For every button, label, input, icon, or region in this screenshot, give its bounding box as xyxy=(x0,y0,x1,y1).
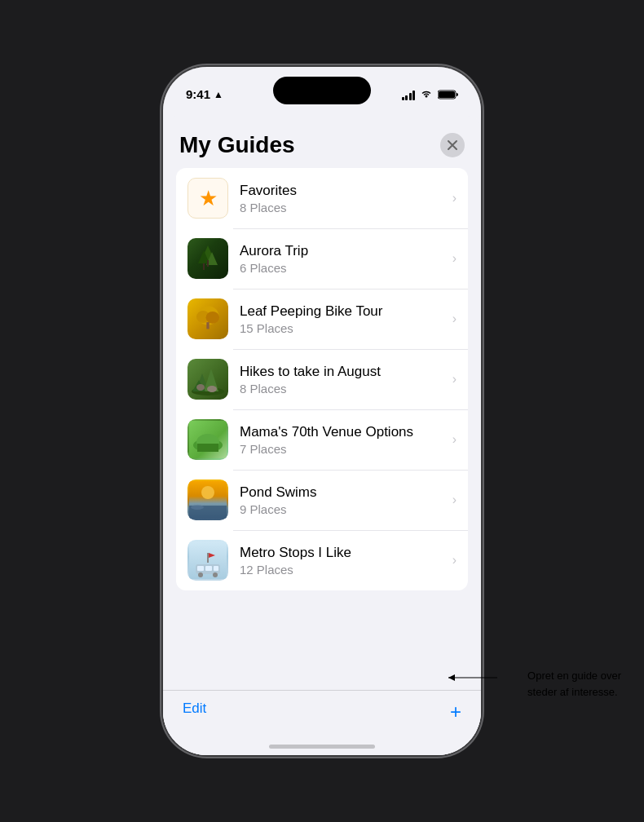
guide-thumbnail-favorites: ★ xyxy=(187,178,228,219)
guide-places: 12 Places xyxy=(240,563,441,577)
home-indicator xyxy=(269,745,375,749)
svg-point-15 xyxy=(196,384,205,391)
close-button[interactable] xyxy=(440,133,465,157)
guide-thumbnail-hikes xyxy=(187,359,228,400)
list-item[interactable]: Leaf Peeping Bike Tour 15 Places › xyxy=(176,289,468,349)
guide-info: Mama's 70th Venue Options 7 Places xyxy=(240,424,441,456)
guide-thumbnail-leaf xyxy=(187,298,228,339)
signal-icon xyxy=(402,91,416,100)
svg-point-16 xyxy=(207,386,217,392)
guide-name: Mama's 70th Venue Options xyxy=(240,424,441,440)
battery-icon xyxy=(438,90,458,101)
guide-info: Pond Swims 9 Places xyxy=(240,484,441,516)
chevron-right-icon: › xyxy=(452,251,457,266)
chevron-right-icon: › xyxy=(452,312,457,326)
guide-info: Metro Stops I Like 12 Places xyxy=(240,545,441,577)
wifi-icon xyxy=(420,89,433,101)
guide-info: Hikes to take in August 8 Places xyxy=(240,364,441,396)
guide-name: Leaf Peeping Bike Tour xyxy=(240,303,441,320)
modal-sheet: My Guides ★ Favorites 8 Places xyxy=(163,116,481,755)
svg-rect-5 xyxy=(207,260,209,267)
svg-point-24 xyxy=(191,505,204,510)
guide-places: 8 Places xyxy=(240,382,441,396)
edit-button[interactable]: Edit xyxy=(183,700,206,717)
annotation-line2: steder af interesse. xyxy=(527,684,618,700)
guide-info: Leaf Peeping Bike Tour 15 Places xyxy=(240,303,441,335)
modal-header: My Guides xyxy=(163,116,481,168)
guide-places: 6 Places xyxy=(240,261,441,275)
modal-title: My Guides xyxy=(179,132,295,158)
svg-rect-10 xyxy=(206,322,209,329)
svg-point-30 xyxy=(198,572,203,577)
dynamic-island xyxy=(273,77,371,104)
guide-info: Favorites 8 Places xyxy=(240,183,441,214)
chevron-right-icon: › xyxy=(452,553,457,568)
screen-content: My Guides ★ Favorites 8 Places xyxy=(163,67,481,755)
list-item[interactable]: Mama's 70th Venue Options 7 Places › xyxy=(176,409,468,470)
guide-name: Metro Stops I Like xyxy=(240,545,441,561)
list-item[interactable]: Pond Swims 9 Places › xyxy=(176,470,468,530)
svg-point-9 xyxy=(206,312,220,324)
add-button[interactable]: + xyxy=(450,700,461,723)
guide-name: Hikes to take in August xyxy=(240,364,441,380)
svg-rect-29 xyxy=(214,566,218,571)
annotation-text-block: Opret en guide over steder af interesse. xyxy=(527,668,621,700)
annotation: Opret en guide over steder af interesse. xyxy=(527,668,621,700)
list-item[interactable]: Metro Stops I Like 12 Places › xyxy=(176,530,468,590)
svg-rect-1 xyxy=(439,91,455,98)
guide-places: 15 Places xyxy=(240,321,441,335)
svg-rect-28 xyxy=(205,566,212,571)
chevron-right-icon: › xyxy=(452,191,457,206)
guide-name: Aurora Trip xyxy=(240,243,441,259)
svg-point-31 xyxy=(213,572,218,577)
guide-places: 7 Places xyxy=(240,442,441,456)
list-item[interactable]: Aurora Trip 6 Places › xyxy=(176,228,468,289)
chevron-right-icon: › xyxy=(452,493,457,507)
guide-thumbnail-metro xyxy=(187,540,228,581)
svg-rect-32 xyxy=(207,553,209,563)
guide-places: 8 Places xyxy=(240,201,441,214)
svg-rect-6 xyxy=(203,263,205,270)
chevron-right-icon: › xyxy=(452,372,457,387)
guide-thumbnail-pond xyxy=(187,480,228,520)
star-icon: ★ xyxy=(199,186,218,211)
guide-places: 9 Places xyxy=(240,502,441,516)
svg-rect-20 xyxy=(197,444,218,452)
svg-point-22 xyxy=(201,486,214,499)
guide-info: Aurora Trip 6 Places xyxy=(240,243,441,275)
status-icons xyxy=(402,89,459,101)
chevron-right-icon: › xyxy=(452,432,457,447)
guide-name: Favorites xyxy=(240,183,441,199)
svg-rect-27 xyxy=(197,566,204,571)
annotation-line1: Opret en guide over xyxy=(527,668,621,684)
guide-thumbnail-aurora xyxy=(187,238,228,279)
guide-name: Pond Swims xyxy=(240,484,441,501)
guide-list: ★ Favorites 8 Places › xyxy=(176,168,468,590)
list-item[interactable]: Hikes to take in August 8 Places › xyxy=(176,349,468,409)
guide-thumbnail-mama xyxy=(187,419,228,460)
list-item[interactable]: ★ Favorites 8 Places › xyxy=(176,168,468,228)
status-time: 9:41 xyxy=(186,87,210,101)
phone-frame: 9:41 ▲ My Guid xyxy=(163,67,481,755)
location-icon: ▲ xyxy=(214,89,223,100)
